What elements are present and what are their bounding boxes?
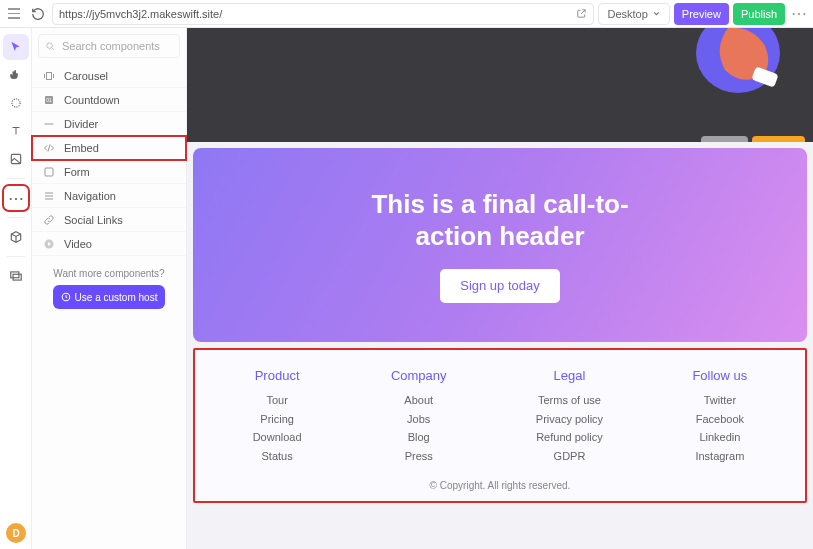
- publish-button[interactable]: Publish: [733, 3, 785, 25]
- more-icon[interactable]: ⋯: [789, 4, 809, 24]
- footer-link[interactable]: Pricing: [253, 410, 302, 429]
- component-social-links[interactable]: Social Links: [32, 208, 186, 232]
- social-icon: [42, 213, 56, 227]
- video-icon: [42, 237, 56, 251]
- footer-link[interactable]: Jobs: [391, 410, 447, 429]
- footer-link[interactable]: Instagram: [692, 447, 747, 466]
- cta-heading: This is a final call-to- action header: [371, 188, 628, 253]
- footer-link[interactable]: About: [391, 391, 447, 410]
- component-video[interactable]: Video: [32, 232, 186, 256]
- footer-col-product: Product Tour Pricing Download Status: [253, 368, 302, 466]
- left-rail: ⋯: [0, 28, 32, 549]
- component-embed[interactable]: Embed: [32, 136, 186, 160]
- component-list: Carousel 01Countdown Divider Embed Form …: [32, 64, 186, 256]
- box-tool-icon[interactable]: [3, 224, 29, 250]
- custom-host-button[interactable]: Use a custom host: [53, 285, 166, 309]
- navigation-icon: [42, 189, 56, 203]
- footer-link[interactable]: GDPR: [536, 447, 603, 466]
- footer-link[interactable]: Press: [391, 447, 447, 466]
- footer-link[interactable]: Refund policy: [536, 428, 603, 447]
- cta-button[interactable]: Sign up today: [440, 269, 560, 303]
- svg-rect-8: [45, 168, 53, 176]
- svg-point-0: [11, 99, 19, 107]
- canvas[interactable]: Cancel Save This is a final call-to- act…: [187, 28, 813, 549]
- footer-col-legal: Legal Terms of use Privacy policy Refund…: [536, 368, 603, 466]
- preview-button[interactable]: Preview: [674, 3, 729, 25]
- url-bar[interactable]: https://jy5mvch3j2.makeswift.site/: [52, 3, 594, 25]
- host-icon: [61, 292, 71, 302]
- search-icon: [45, 41, 56, 52]
- copyright-text: © Copyright. All rights reserved.: [213, 480, 787, 491]
- footer-link[interactable]: Download: [253, 428, 302, 447]
- panel-footer: Want more components? Use a custom host: [40, 268, 178, 309]
- footer-section[interactable]: Product Tour Pricing Download Status Com…: [193, 348, 807, 503]
- user-avatar[interactable]: D: [6, 523, 26, 543]
- footer-link[interactable]: Privacy policy: [536, 410, 603, 429]
- component-form[interactable]: Form: [32, 160, 186, 184]
- menu-icon[interactable]: [4, 4, 24, 24]
- footer-question: Want more components?: [40, 268, 178, 279]
- footer-link[interactable]: Twitter: [692, 391, 747, 410]
- footer-link[interactable]: Blog: [391, 428, 447, 447]
- cta-section[interactable]: This is a final call-to- action header S…: [193, 148, 807, 342]
- reload-button[interactable]: [28, 4, 48, 24]
- image-tool-icon[interactable]: [3, 146, 29, 172]
- save-bar: Cancel Save: [701, 136, 805, 142]
- component-navigation[interactable]: Navigation: [32, 184, 186, 208]
- countdown-icon: 01: [42, 93, 56, 107]
- component-countdown[interactable]: 01Countdown: [32, 88, 186, 112]
- carousel-icon: [42, 69, 56, 83]
- form-icon: [42, 165, 56, 179]
- cursor-tool-icon[interactable]: [3, 34, 29, 60]
- device-selector[interactable]: Desktop: [598, 3, 669, 25]
- component-carousel[interactable]: Carousel: [32, 64, 186, 88]
- hero-dark-section[interactable]: Cancel Save: [187, 28, 813, 142]
- open-external-icon[interactable]: [576, 8, 587, 19]
- footer-col-follow: Follow us Twitter Facebook Linkedin Inst…: [692, 368, 747, 466]
- selection-icon[interactable]: [3, 90, 29, 116]
- svg-point-4: [47, 42, 53, 48]
- svg-text:01: 01: [46, 97, 52, 103]
- save-button[interactable]: Save: [752, 136, 805, 142]
- layers-tool-icon[interactable]: [3, 263, 29, 289]
- components-panel: Search components Carousel 01Countdown D…: [32, 28, 187, 549]
- search-input[interactable]: Search components: [38, 34, 180, 58]
- footer-col-company: Company About Jobs Blog Press: [391, 368, 447, 466]
- footer-link[interactable]: Linkedin: [692, 428, 747, 447]
- url-text: https://jy5mvch3j2.makeswift.site/: [59, 8, 222, 20]
- more-tools-icon[interactable]: ⋯: [3, 185, 29, 211]
- cancel-button[interactable]: Cancel: [701, 136, 748, 142]
- text-tool-icon[interactable]: [3, 118, 29, 144]
- divider-icon: [42, 117, 56, 131]
- hand-tool-icon[interactable]: [3, 62, 29, 88]
- footer-link[interactable]: Terms of use: [536, 391, 603, 410]
- hero-illustration: [653, 28, 793, 118]
- footer-link[interactable]: Facebook: [692, 410, 747, 429]
- footer-link[interactable]: Tour: [253, 391, 302, 410]
- embed-icon: [42, 141, 56, 155]
- chevron-down-icon: [652, 9, 661, 18]
- svg-rect-5: [47, 72, 52, 79]
- topbar: https://jy5mvch3j2.makeswift.site/ Deskt…: [0, 0, 813, 28]
- footer-link[interactable]: Status: [253, 447, 302, 466]
- component-divider[interactable]: Divider: [32, 112, 186, 136]
